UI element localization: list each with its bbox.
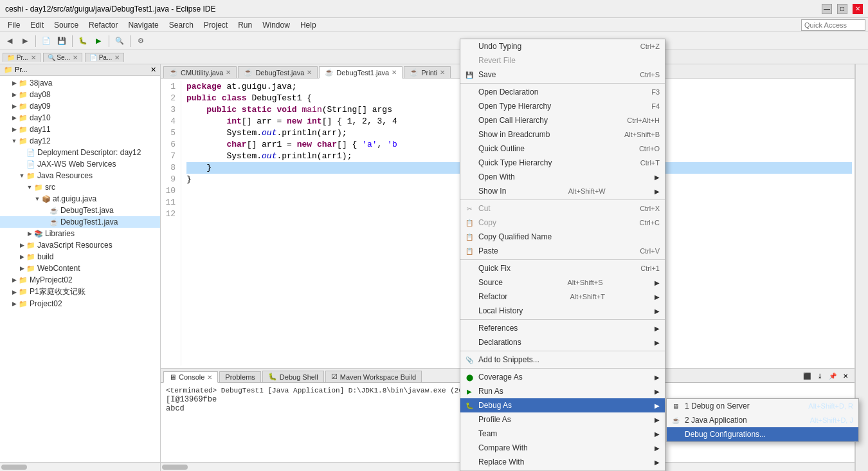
toolbar-forward-btn[interactable]: ▶ bbox=[18, 34, 32, 48]
sidebar-item-day09[interactable]: ▶ 📁 day09 bbox=[0, 100, 160, 112]
sidebar-item-day12[interactable]: ▼ 📁 day12 bbox=[0, 135, 160, 147]
console-tab[interactable]: 🖥 Console ✕ bbox=[163, 371, 218, 383]
ctx-open-with[interactable]: Open With ▶ bbox=[460, 170, 665, 184]
debug-submenu-server[interactable]: 🖥 1 Debug on Server Alt+Shift+D, R bbox=[667, 399, 858, 413]
ctx-debug-as[interactable]: 🐛 Debug As ▶ 🖥 1 Debug on Server Alt+Shi… bbox=[460, 398, 665, 412]
toolbar-search-btn[interactable]: 🔍 bbox=[113, 34, 127, 48]
ctx-quick-outline[interactable]: Quick Outline Ctrl+O bbox=[460, 142, 665, 156]
ctx-copy-qualified[interactable]: 📋 Copy Qualified Name bbox=[460, 230, 665, 244]
perspective-pa-close[interactable]: ✕ bbox=[114, 54, 120, 61]
ctx-source[interactable]: Source Alt+Shift+S ▶ bbox=[460, 275, 665, 290]
sidebar-item-day10[interactable]: ▶ 📁 day10 bbox=[0, 112, 160, 124]
console-scroll-btn[interactable]: ⤓ bbox=[815, 371, 825, 381]
tab-cmutility[interactable]: ☕ CMUtility.java ✕ bbox=[163, 66, 237, 78]
toolbar-debug-btn[interactable]: 🐛 bbox=[76, 34, 90, 48]
sidebar-item-debugtest1[interactable]: ☕ DebugTest1.java bbox=[0, 216, 160, 228]
debug-shell-tab[interactable]: 🐛 Debug Shell bbox=[262, 371, 324, 382]
menu-search[interactable]: Search bbox=[164, 19, 199, 31]
tab-debugtest1-close[interactable]: ✕ bbox=[392, 69, 397, 76]
debug-submenu-configurations[interactable]: Debug Configurations... bbox=[667, 427, 858, 441]
sidebar-item-debugtest[interactable]: ☕ DebugTest.java bbox=[0, 205, 160, 216]
ctx-paste-shortcut: Ctrl+V bbox=[627, 247, 660, 255]
ctx-quick-fix[interactable]: Quick Fix Ctrl+1 bbox=[460, 261, 665, 275]
toolbar-more-btn[interactable]: ⚙ bbox=[134, 34, 148, 48]
sidebar-item-package[interactable]: ▼ 📦 at.guigu.java bbox=[0, 193, 160, 205]
console-tab-close[interactable]: ✕ bbox=[207, 374, 212, 381]
ctx-local-history[interactable]: Local History ▶ bbox=[460, 304, 665, 318]
ctx-quick-type-hierarchy-label: Quick Type Hierarchy bbox=[478, 158, 552, 167]
line-numbers: 1 2 3 4 5 6 7 8 9 10 11 12 bbox=[163, 81, 181, 365]
menu-refactor[interactable]: Refactor bbox=[84, 19, 123, 31]
maximize-button[interactable]: □ bbox=[837, 4, 847, 14]
sidebar-close-icon[interactable]: ✕ bbox=[150, 66, 156, 74]
sidebar-item-java-resources[interactable]: ▼ 📁 Java Resources bbox=[0, 170, 160, 181]
sidebar-item-build[interactable]: ▶ 📁 build bbox=[0, 251, 160, 263]
toolbar-back-btn[interactable]: ◀ bbox=[3, 34, 17, 48]
sidebar-item-webcontent[interactable]: ▶ 📁 WebContent bbox=[0, 263, 160, 274]
ctx-undo[interactable]: Undo Typing Ctrl+Z bbox=[460, 39, 665, 53]
tab-cmutility-close[interactable]: ✕ bbox=[226, 69, 231, 76]
tab-debugtest[interactable]: ☕ DebugTest.java ✕ bbox=[238, 66, 318, 78]
toolbar-run-btn[interactable]: ▶ bbox=[91, 34, 105, 48]
sidebar-item-libraries[interactable]: ▶ 📚 Libraries bbox=[0, 228, 160, 239]
sidebar-item-project02[interactable]: ▶ 📁 Project02 bbox=[0, 298, 160, 309]
console-close-btn[interactable]: ✕ bbox=[840, 371, 851, 381]
ctx-paste[interactable]: 📋 Paste Ctrl+V bbox=[460, 244, 665, 258]
ctx-open-call-hierarchy[interactable]: Open Call Hierarchy Ctrl+Alt+H bbox=[460, 113, 665, 127]
maven-tab[interactable]: ☑ Maven Workspace Build bbox=[325, 371, 422, 382]
ctx-coverage-as[interactable]: ⬤ Coverage As ▶ bbox=[460, 370, 665, 384]
ctx-team[interactable]: Team ▶ bbox=[460, 427, 665, 441]
perspective-se-close[interactable]: ✕ bbox=[73, 54, 78, 61]
debug-submenu-java[interactable]: ☕ 2 Java Application Alt+Shift+D, J bbox=[667, 413, 858, 427]
tab-printi[interactable]: ☕ Printi ✕ bbox=[404, 66, 451, 78]
menu-run[interactable]: Run bbox=[233, 19, 257, 31]
ctx-add-snippets[interactable]: 📎 Add to Snippets... bbox=[460, 353, 665, 367]
menu-project[interactable]: Project bbox=[199, 19, 233, 31]
perspective-tab-pr[interactable]: 📁 Pr... ✕ bbox=[3, 53, 41, 62]
menu-file[interactable]: File bbox=[3, 19, 25, 31]
quick-access-input[interactable] bbox=[801, 19, 865, 31]
sidebar-scrollbar[interactable] bbox=[1, 465, 27, 470]
sidebar-item-day08[interactable]: ▶ 📁 day08 bbox=[0, 89, 160, 100]
ctx-save[interactable]: 💾 Save Ctrl+S bbox=[460, 68, 665, 82]
sidebar-item-js-resources[interactable]: ▶ 📁 JavaScript Resources bbox=[0, 239, 160, 251]
ctx-profile-as[interactable]: Profile As ▶ bbox=[460, 412, 665, 427]
toolbar-save-btn[interactable]: 💾 bbox=[55, 34, 69, 48]
tab-printi-close[interactable]: ✕ bbox=[440, 69, 445, 76]
menu-source[interactable]: Source bbox=[49, 19, 84, 31]
sidebar-item-myproject02[interactable]: ▶ 📁 MyProject02 bbox=[0, 274, 160, 286]
perspective-tab-pa[interactable]: 📄 Pa... ✕ bbox=[85, 53, 124, 62]
ctx-open-declaration[interactable]: Open Declaration F3 bbox=[460, 85, 665, 99]
sidebar-item-jax[interactable]: 📄 JAX-WS Web Services bbox=[0, 158, 160, 170]
sidebar-item-p1[interactable]: ▶ 📁 P1家庭收支记账 bbox=[0, 286, 160, 298]
sidebar-item-src[interactable]: ▼ 📁 src bbox=[0, 181, 160, 193]
ctx-references[interactable]: References ▶ bbox=[460, 321, 665, 335]
perspective-tab-se[interactable]: 🔍 Se... ✕ bbox=[43, 53, 82, 62]
ctx-show-in[interactable]: Show In Alt+Shift+W ▶ bbox=[460, 184, 665, 198]
console-pin-btn[interactable]: 📌 bbox=[827, 371, 838, 381]
minimize-button[interactable]: — bbox=[822, 4, 832, 14]
perspective-pr-close[interactable]: ✕ bbox=[31, 54, 36, 61]
ctx-show-breadcrumb[interactable]: Show in Breadcrumb Alt+Shift+B bbox=[460, 127, 665, 142]
console-scrollbar[interactable] bbox=[162, 465, 188, 470]
close-button[interactable]: ✕ bbox=[853, 4, 863, 14]
console-clear-btn[interactable]: ⬛ bbox=[802, 371, 812, 381]
tab-debugtest1[interactable]: ☕ DebugTest1.java ✕ bbox=[319, 66, 402, 78]
sidebar-item-day11[interactable]: ▶ 📁 day11 bbox=[0, 124, 160, 135]
ctx-quick-type-hierarchy[interactable]: Quick Type Hierarchy Ctrl+T bbox=[460, 156, 665, 170]
ctx-open-type-hierarchy[interactable]: Open Type Hierarchy F4 bbox=[460, 99, 665, 113]
menu-edit[interactable]: Edit bbox=[25, 19, 49, 31]
menu-window[interactable]: Window bbox=[257, 19, 295, 31]
ctx-declarations[interactable]: Declarations ▶ bbox=[460, 335, 665, 349]
menu-navigate[interactable]: Navigate bbox=[123, 19, 163, 31]
toolbar-new-btn[interactable]: 📄 bbox=[39, 34, 53, 48]
tab-debugtest-close[interactable]: ✕ bbox=[307, 69, 312, 76]
ctx-replace-with[interactable]: Replace With ▶ bbox=[460, 455, 665, 469]
problems-tab[interactable]: Problems bbox=[219, 371, 260, 382]
ctx-compare-with[interactable]: Compare With ▶ bbox=[460, 441, 665, 455]
menu-help[interactable]: Help bbox=[295, 19, 321, 31]
ctx-refactor[interactable]: Refactor Alt+Shift+T ▶ bbox=[460, 290, 665, 304]
sidebar-item-38java[interactable]: ▶ 📁 38java bbox=[0, 77, 160, 89]
ctx-run-as[interactable]: ▶ Run As ▶ bbox=[460, 384, 665, 398]
sidebar-item-deployment[interactable]: 📄 Deployment Descriptor: day12 bbox=[0, 147, 160, 158]
